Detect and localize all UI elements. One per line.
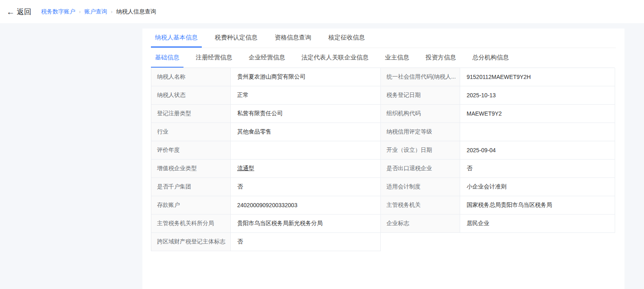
sub-tab-4[interactable]: 法定代表人关联企业信息 [297, 48, 373, 68]
field-value-text: MAEWET9Y2 [467, 110, 502, 117]
empty-cell [460, 233, 615, 251]
field-value: 91520112MAEWET9Y2H [460, 68, 615, 86]
sub-tab-7[interactable]: 总分机构信息 [468, 48, 513, 68]
main-tab-1[interactable]: 纳税人基本信息 [151, 28, 202, 48]
field-label: 组织机构代码 [381, 105, 460, 123]
field-value: 其他食品零售 [231, 123, 381, 141]
sub-tab-1[interactable]: 基础信息 [151, 48, 183, 68]
field-value-text: 居民企业 [467, 220, 489, 227]
field-label: 纳税人名称 [151, 68, 231, 86]
field-value-text: 其他食品零售 [237, 128, 271, 136]
field-value-text: 小企业会计准则 [467, 183, 506, 190]
sub-tab-3[interactable]: 企业经营信息 [245, 48, 289, 68]
content-card: 纳税人基本信息税费种认定信息资格信息查询核定征收信息 基础信息注册经营信息企业经… [142, 28, 624, 289]
field-label: 行业 [151, 123, 231, 141]
field-value-text: 2025-10-13 [467, 92, 496, 99]
field-value-text: 贵州夏农游山商贸有限公司 [237, 73, 306, 81]
field-label: 是否千户集团 [151, 178, 231, 196]
field-value: 否 [231, 233, 381, 251]
field-value: 2025-10-13 [460, 86, 615, 105]
empty-cell [381, 233, 460, 251]
field-label: 主管税务机关 [381, 196, 460, 215]
main-tab-2[interactable]: 税费种认定信息 [211, 28, 262, 48]
field-label: 税务登记日期 [381, 86, 460, 105]
field-label: 是否出口退税企业 [381, 160, 460, 178]
back-button[interactable]: ← 返回 [7, 7, 31, 17]
field-value: MAEWET9Y2 [460, 105, 615, 123]
field-value: 2402000909200332003 [231, 196, 381, 215]
field-label: 纳税信用评定等级 [381, 123, 460, 141]
back-button-label: 返回 [17, 7, 31, 17]
taxpayer-info-table: 纳税人名称贵州夏农游山商贸有限公司统一社会信用代码(纳税人...91520112… [151, 68, 615, 251]
field-value-text: 正常 [237, 92, 249, 99]
field-value-text: 国家税务总局贵阳市乌当区税务局 [467, 201, 552, 209]
field-value: 私营有限责任公司 [231, 105, 381, 123]
field-value[interactable]: 流通型 [231, 160, 381, 178]
page-body: 纳税人基本信息税费种认定信息资格信息查询核定征收信息 基础信息注册经营信息企业经… [0, 23, 644, 289]
breadcrumb-separator-icon: › [111, 9, 112, 15]
field-value: 正常 [231, 86, 381, 105]
field-label: 主管税务机关科所分局 [151, 215, 231, 233]
field-value-text: 否 [237, 183, 243, 190]
field-value-text: 否 [467, 165, 472, 172]
field-value-text: 2402000909200332003 [237, 202, 297, 208]
field-label: 开业（设立）日期 [381, 141, 460, 160]
field-value: 国家税务总局贵阳市乌当区税务局 [460, 196, 615, 215]
field-label: 统一社会信用代码(纳税人... [381, 68, 460, 86]
field-label: 适用会计制度 [381, 178, 460, 196]
top-bar: ← 返回 税务数字账户 › 账户查询 › 纳税人信息查询 [0, 0, 644, 23]
breadcrumb-link-tax-digital-account[interactable]: 税务数字账户 [41, 8, 75, 15]
back-arrow-icon: ← [7, 8, 15, 16]
field-value: 否 [460, 160, 615, 178]
main-tab-bar: 纳税人基本信息税费种认定信息资格信息查询核定征收信息 [151, 28, 616, 48]
main-tab-3[interactable]: 资格信息查询 [271, 28, 315, 48]
field-label: 增值税企业类型 [151, 160, 231, 178]
field-value-text: 否 [237, 238, 243, 245]
breadcrumb-current-page: 纳税人信息查询 [116, 8, 156, 15]
field-value: 否 [231, 178, 381, 196]
field-label: 纳税人状态 [151, 86, 231, 105]
field-value-text: 贵阳市乌当区税务局新光税务分局 [237, 220, 323, 227]
field-label: 企业标志 [381, 215, 460, 233]
field-value-text[interactable]: 流通型 [237, 165, 254, 172]
field-value [231, 141, 381, 160]
breadcrumb-link-account-query[interactable]: 账户查询 [84, 8, 107, 15]
field-value-text: 91520112MAEWET9Y2H [467, 74, 531, 80]
breadcrumb: 税务数字账户 › 账户查询 › 纳税人信息查询 [41, 8, 156, 15]
field-value: 小企业会计准则 [460, 178, 615, 196]
field-value [460, 123, 615, 141]
field-value-text: 私营有限责任公司 [237, 110, 283, 117]
sub-tab-2[interactable]: 注册经营信息 [192, 48, 236, 68]
field-label: 登记注册类型 [151, 105, 231, 123]
field-label: 跨区域财产税登记主体标志 [151, 233, 231, 251]
sub-tab-6[interactable]: 投资方信息 [421, 48, 460, 68]
sub-tab-bar: 基础信息注册经营信息企业经营信息法定代表人关联企业信息业主信息投资方信息总分机构… [151, 48, 616, 68]
field-label: 存款账户 [151, 196, 231, 215]
field-value: 贵州夏农游山商贸有限公司 [231, 68, 381, 86]
breadcrumb-separator-icon: › [79, 9, 81, 15]
field-value-text: 2025-09-04 [467, 147, 496, 153]
sub-tab-5[interactable]: 业主信息 [381, 48, 413, 68]
field-value: 居民企业 [460, 215, 615, 233]
field-value: 2025-09-04 [460, 141, 615, 160]
field-value: 贵阳市乌当区税务局新光税务分局 [231, 215, 381, 233]
field-label: 评价年度 [151, 141, 231, 160]
main-tab-4[interactable]: 核定征收信息 [324, 28, 369, 48]
